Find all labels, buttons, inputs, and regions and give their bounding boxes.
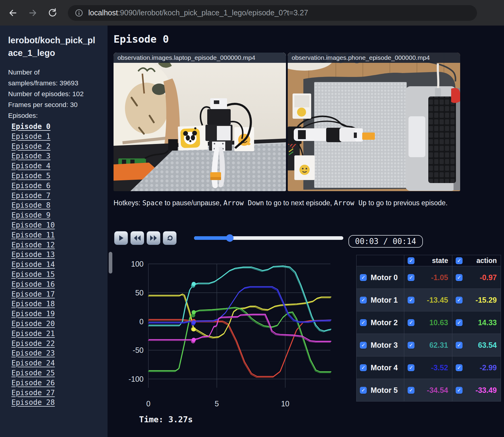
motor-state-checkbox[interactable] [408,274,414,281]
rewind-button[interactable] [130,231,144,245]
hotkey-key: Space [142,199,163,207]
motor-action-checkbox[interactable] [456,387,463,394]
episode-link[interactable]: Episode 2 [11,142,108,151]
motor-checkbox[interactable] [360,319,367,326]
fast-forward-button[interactable] [147,231,160,245]
main-content: Episode 0 observation.images.laptop_epis… [108,26,504,437]
episode-link[interactable]: Episode 19 [11,309,108,319]
rewind-icon [133,235,141,241]
episode-link[interactable]: Episode 17 [11,289,108,299]
episode-link[interactable]: Episode 1 [11,132,108,142]
episode-link[interactable]: Episode 7 [11,191,108,201]
site-info-icon[interactable] [74,8,83,17]
motor-state-checkbox[interactable] [408,342,414,349]
motor-table: state action Motor 0-1.05-0.97Motor 1-13… [356,255,501,402]
video-player-phone[interactable]: observation.images.phone_episode_000000.… [288,53,460,191]
episode-link[interactable]: Episode 5 [11,171,108,181]
motor-checkbox[interactable] [360,274,367,281]
episode-link[interactable]: Episode 4 [11,161,108,171]
motor-action-checkbox[interactable] [456,297,463,304]
url-text: localhost:9090/lerobot/koch_pick_place_1… [88,8,308,17]
seek-slider[interactable] [194,236,343,240]
chart-area: -100-500501000510Time: 3.27s [114,254,333,428]
svg-text:50: 50 [135,289,144,297]
action-column-checkbox[interactable] [456,257,463,264]
episode-link[interactable]: Episode 23 [11,348,108,358]
episode-link[interactable]: Episode 6 [11,181,108,191]
state-column-checkbox[interactable] [408,257,414,264]
video-player-laptop[interactable]: observation.images.laptop_episode_000000… [114,53,286,191]
episode-link[interactable]: Episode 25 [11,368,108,378]
lerobot-dataset-visualizer: { "browser": { "url_host": "localhost", … [0,0,504,437]
episode-link[interactable]: Episode 0 [11,122,108,132]
episode-link[interactable]: Episode 10 [11,220,108,230]
forward-arrow-icon[interactable] [28,8,38,18]
episode-link[interactable]: Episode 27 [11,388,108,398]
episode-link[interactable]: Episode 13 [11,250,108,260]
stat-line: Episodes: [8,110,101,121]
address-bar[interactable]: localhost:9090/lerobot/koch_pick_place_1… [68,5,477,21]
motor-state-value: -3.52 [431,363,448,372]
loop-button[interactable] [163,231,177,245]
motor-action-checkbox[interactable] [456,342,463,349]
motor-state-checkbox[interactable] [408,364,414,371]
episode-link[interactable]: Episode 9 [11,210,108,220]
motor-action-checkbox[interactable] [456,364,463,371]
motor-row: Motor 1-13.45-15.29 [357,289,501,311]
motor-label: Motor 5 [371,386,398,395]
motor-action-checkbox[interactable] [456,319,463,326]
url-host: localhost [88,8,118,17]
motor-checkbox[interactable] [360,342,367,349]
episode-link[interactable]: Episode 15 [11,270,108,280]
motor-table-header: state action [357,255,501,266]
motor-row: Motor 210.6314.33 [357,311,501,334]
seek-slider-thumb[interactable] [226,234,234,242]
action-column-label: action [476,257,497,265]
episode-link[interactable]: Episode 16 [11,280,108,289]
motor-checkbox[interactable] [360,387,367,394]
motor-state-checkbox[interactable] [408,297,414,304]
episode-link[interactable]: Episode 3 [11,151,108,161]
motor-action-checkbox[interactable] [456,274,463,281]
motor-state-value: -34.54 [427,386,448,395]
dataset-stats: Number ofsamples/frames: 39693Number of … [8,67,108,121]
episode-link[interactable]: Episode 11 [11,230,108,240]
motor-checkbox[interactable] [360,297,367,304]
motor-state-checkbox[interactable] [408,319,414,326]
episode-link[interactable]: Episode 20 [11,319,108,329]
episode-link[interactable]: Episode 8 [11,200,108,210]
episode-link[interactable]: Episode 28 [11,398,108,408]
reload-icon[interactable] [47,8,58,18]
episode-link[interactable]: Episode 22 [11,339,108,349]
episode-link[interactable]: Episode 18 [11,299,108,309]
episode-heading: Episode 0 [114,33,169,45]
url-path: :9090/lerobot/koch_pick_place_1_lego/epi… [118,8,308,17]
fast-forward-icon [150,235,157,241]
episode-link[interactable]: Episode 24 [11,358,108,368]
motor-row: Motor 362.3163.54 [357,334,501,356]
motor-label: Motor 4 [371,363,398,372]
episode-link[interactable]: Episode 26 [11,378,108,388]
scrollbar-thumb[interactable] [109,252,112,274]
motor-row: Motor 0-1.05-0.97 [357,266,501,289]
motor-state-checkbox[interactable] [408,387,414,394]
svg-text:Time: 3.27s: Time: 3.27s [139,415,193,424]
motor-state-value: -1.05 [431,273,448,282]
play-button[interactable] [114,231,128,245]
motor-action-value: -0.97 [480,273,497,282]
back-arrow-icon[interactable] [8,8,18,18]
episode-link[interactable]: Episode 14 [11,260,108,270]
motor-label: Motor 3 [371,341,398,350]
episode-link[interactable]: Episode 12 [11,240,108,250]
phone-video-scene [288,53,460,191]
hotkey-key: Arrow Down [223,199,264,207]
episode-link[interactable]: Episode 21 [11,329,108,339]
dataset-title: lerobot/koch_pick_place_1_lego [8,34,98,59]
svg-text:0: 0 [146,399,150,408]
time-display: 00:03 / 00:14 [348,235,423,248]
stat-line: samples/frames: 39693 [8,78,101,89]
svg-text:100: 100 [131,260,144,268]
sidebar: lerobot/koch_pick_place_1_lego Number of… [0,26,108,437]
motor-checkbox[interactable] [360,364,367,371]
svg-text:-50: -50 [133,346,144,354]
